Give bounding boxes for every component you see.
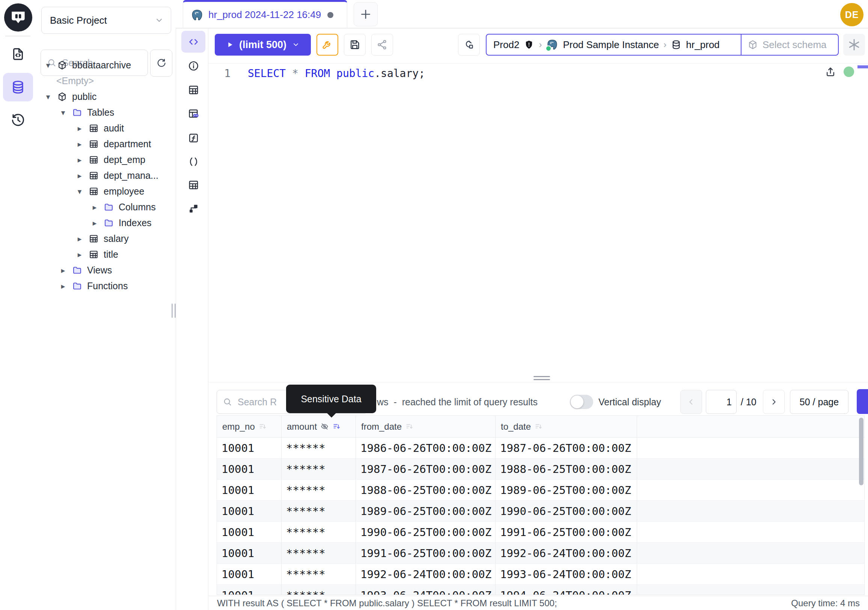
sql-editor-line[interactable]: SELECT * FROM public.salary; <box>248 67 425 80</box>
table-cell <box>637 459 864 479</box>
schema-selector[interactable]: Select schema <box>741 34 838 55</box>
connection-breadcrumb[interactable]: Prod2 › Prod Sample Instance › hr_prod S… <box>486 34 839 56</box>
app-logo-icon[interactable] <box>4 3 32 31</box>
result-limit-message: ws - reached the limit of query results <box>377 390 538 414</box>
results-table-header: emp_noamountfrom_dateto_date <box>217 416 864 438</box>
breadcrumb-separator: › <box>539 39 542 50</box>
caret-down-icon[interactable]: ▾ <box>44 61 52 69</box>
caret-right-icon[interactable]: ▸ <box>59 266 67 274</box>
tree-item-title[interactable]: ▸title <box>36 247 176 262</box>
caret-right-icon[interactable]: ▸ <box>76 235 83 243</box>
tree-item-audit[interactable]: ▸audit <box>36 120 176 136</box>
caret-right-icon[interactable]: ▸ <box>76 140 83 148</box>
table-grid-icon <box>88 155 99 165</box>
strip-item-info[interactable] <box>181 55 205 77</box>
tree-item-label: Functions <box>87 281 128 292</box>
caret-right-icon[interactable]: ▸ <box>91 203 98 211</box>
caret-down-icon[interactable]: ▾ <box>44 93 52 101</box>
caret-down-icon[interactable]: ▾ <box>59 109 67 116</box>
strip-item-external-tables[interactable] <box>181 102 205 124</box>
table-row[interactable]: 10001******1989-06-25T00:00:00Z1990-06-2… <box>217 501 864 522</box>
panel-resize-handle[interactable] <box>533 376 550 382</box>
column-header-amount[interactable]: amount <box>282 416 356 437</box>
results-panel-divider <box>208 382 868 382</box>
connection-button[interactable] <box>458 34 480 56</box>
column-header-emp_no[interactable]: emp_no <box>217 416 282 437</box>
tree-item-public[interactable]: ▾public <box>36 88 176 104</box>
caret-down-icon[interactable]: ▾ <box>76 188 83 195</box>
share-button[interactable] <box>371 34 393 56</box>
upload-icon[interactable] <box>825 66 837 78</box>
table-cell <box>637 564 864 584</box>
rail-item-databases[interactable] <box>3 73 33 101</box>
ai-assistant-button[interactable] <box>843 34 865 56</box>
save-button[interactable] <box>344 34 366 56</box>
table-row[interactable]: 10001******1992-06-24T00:00:00Z1993-06-2… <box>217 564 864 585</box>
caret-right-icon[interactable]: ▸ <box>76 124 83 132</box>
previous-page-button[interactable] <box>680 390 702 414</box>
tree-item-empty[interactable]: <Empty> <box>36 73 176 88</box>
rail-item-history[interactable] <box>3 106 33 135</box>
avatar[interactable]: DE <box>840 3 863 26</box>
database-icon <box>11 80 26 95</box>
strip-item-functions[interactable] <box>181 127 205 149</box>
tree-item-employee[interactable]: ▾employee <box>36 183 176 199</box>
sort-icon[interactable] <box>534 422 543 431</box>
caret-right-icon[interactable]: ▸ <box>76 250 83 258</box>
caret-right-icon[interactable]: ▸ <box>91 219 98 227</box>
breadcrumb-connection-path[interactable]: Prod2 › Prod Sample Instance › hr_prod <box>487 34 741 55</box>
folder-icon <box>72 265 82 275</box>
table-row[interactable]: 10001******1987-06-26T00:00:00Z1988-06-2… <box>217 459 864 480</box>
eye-off-icon[interactable] <box>320 422 329 431</box>
tree-item-functions[interactable]: ▸Functions <box>36 278 176 294</box>
strip-item-diagram[interactable] <box>181 197 205 219</box>
wrench-icon <box>322 39 333 50</box>
breadcrumb-separator: › <box>663 39 666 50</box>
export-button-partial[interactable] <box>857 389 868 414</box>
page-size-select[interactable]: 50 / page <box>790 390 848 414</box>
strip-item-code[interactable] <box>181 31 205 53</box>
table-cell: ****** <box>282 480 356 500</box>
tree-item-bbdataarchive[interactable]: ▾bbdataarchive <box>36 57 176 73</box>
project-selector[interactable]: Basic Project <box>41 7 171 34</box>
tree-item-label: Indexes <box>119 217 152 228</box>
sort-icon[interactable] <box>405 422 414 431</box>
tree-item-indexes[interactable]: ▸Indexes <box>36 215 176 231</box>
tree-item-dept-mana[interactable]: ▸dept_mana... <box>36 168 176 183</box>
tree-item-department[interactable]: ▸department <box>36 136 176 152</box>
tab-bar: hr_prod 2024-11-22 16:49 DE <box>176 0 868 28</box>
format-sql-button[interactable] <box>316 34 338 56</box>
table-scrollbar[interactable] <box>859 418 863 485</box>
caret-right-icon[interactable]: ▸ <box>59 282 67 290</box>
new-tab-button[interactable] <box>353 2 378 26</box>
sidebar-resize-handle[interactable] <box>172 304 176 318</box>
tree-item-columns[interactable]: ▸Columns <box>36 199 176 215</box>
column-header-to_date[interactable]: to_date <box>496 416 637 437</box>
strip-item-tables[interactable] <box>181 79 205 101</box>
column-header-from_date[interactable]: from_date <box>356 416 496 437</box>
tree-item-salary[interactable]: ▸salary <box>36 231 176 247</box>
tree-item-dept-emp[interactable]: ▸dept_emp <box>36 152 176 168</box>
caret-right-icon[interactable]: ▸ <box>76 156 83 164</box>
tree-item-label: bbdataarchive <box>72 60 131 71</box>
sort-active-icon[interactable] <box>332 422 341 431</box>
vertical-display-toggle[interactable] <box>570 395 593 409</box>
next-page-button[interactable] <box>763 390 785 414</box>
table-row[interactable]: 10001******1993-06-24T00:00:00Z1994-06-2… <box>217 585 864 595</box>
tree-item-views[interactable]: ▸Views <box>36 262 176 278</box>
caret-right-icon[interactable]: ▸ <box>76 172 83 180</box>
sql-token: FROM <box>305 67 330 80</box>
table-cell: ****** <box>282 543 356 563</box>
worksheet-tab[interactable]: hr_prod 2024-11-22 16:49 <box>183 0 347 28</box>
table-row[interactable]: 10001******1986-06-26T00:00:00Z1987-06-2… <box>217 438 864 459</box>
table-row[interactable]: 10001******1988-06-25T00:00:00Z1989-06-2… <box>217 480 864 501</box>
table-row[interactable]: 10001******1991-06-25T00:00:00Z1992-06-2… <box>217 543 864 564</box>
run-query-button[interactable]: (limit 500) <box>215 34 311 56</box>
sort-icon[interactable] <box>258 422 267 431</box>
current-page-input[interactable]: 1 <box>706 390 736 414</box>
strip-item-views[interactable] <box>181 174 205 196</box>
strip-item-procedures[interactable] <box>181 151 205 172</box>
rail-item-worksheets[interactable] <box>3 40 33 68</box>
tree-item-tables[interactable]: ▾Tables <box>36 104 176 120</box>
table-row[interactable]: 10001******1990-06-25T00:00:00Z1991-06-2… <box>217 522 864 543</box>
